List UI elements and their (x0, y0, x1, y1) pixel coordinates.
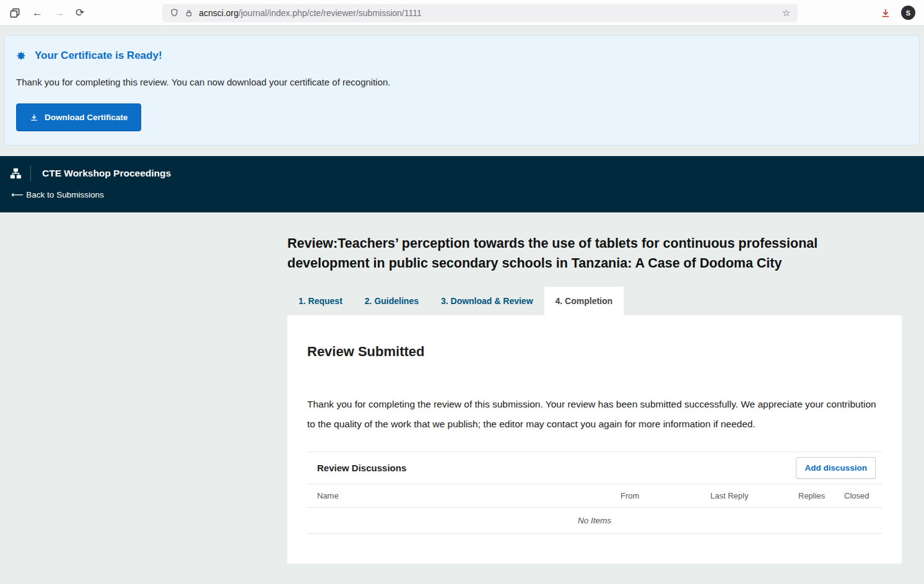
browser-right-controls: S (880, 6, 915, 20)
column-last-reply: Last Reply (710, 491, 798, 500)
banner-message: Thank you for completing this review. Yo… (16, 77, 908, 87)
discussions-header: Review Discussions Add discussion (307, 452, 882, 484)
site-header: CTE Workshop Proceedings ⟵Back to Submis… (0, 156, 924, 212)
review-steps-tabs: 1. Request 2. Guidelines 3. Download & R… (287, 287, 902, 315)
back-icon[interactable]: ← (32, 7, 43, 18)
column-replies: Replies (798, 491, 844, 500)
browser-chrome: ← → ⟳ acnsci.org/journal/index.php/cte/r… (0, 0, 924, 26)
tab-request[interactable]: 1. Request (287, 287, 354, 315)
discussions-title: Review Discussions (317, 463, 406, 473)
url-path: /journal/index.php/cte/reviewer/submissi… (238, 8, 422, 18)
tracking-shield-icon[interactable] (170, 8, 179, 17)
bookmark-star-icon[interactable]: ☆ (782, 7, 790, 19)
completion-message: Thank you for completing the review of t… (307, 394, 882, 434)
forward-icon[interactable]: → (54, 7, 64, 18)
site-header-top: CTE Workshop Proceedings (0, 165, 924, 181)
review-discussions-grid: Review Discussions Add discussion Name F… (307, 451, 882, 534)
lock-icon[interactable] (185, 9, 193, 17)
banner-title-row: ✸ Your Certificate is Ready! (16, 50, 908, 62)
add-discussion-button[interactable]: Add discussion (796, 457, 876, 479)
banner-title: Your Certificate is Ready! (35, 50, 162, 62)
download-icon (30, 113, 38, 122)
journal-name[interactable]: CTE Workshop Proceedings (42, 168, 171, 179)
new-tab-icon[interactable] (9, 7, 21, 19)
column-name: Name (317, 491, 621, 500)
avatar[interactable]: S (901, 6, 915, 20)
column-from: From (621, 491, 710, 500)
tab-guidelines[interactable]: 2. Guidelines (354, 287, 430, 315)
section-title: Review Submitted (307, 315, 882, 360)
download-certificate-button[interactable]: Download Certificate (16, 103, 141, 131)
tab-download-review[interactable]: 3. Download & Review (430, 287, 544, 315)
download-certificate-label: Download Certificate (45, 113, 128, 122)
discussions-column-headers: Name From Last Reply Replies Closed (307, 484, 882, 508)
main-area: Review:Teachers’ perception towards the … (0, 212, 924, 571)
back-to-submissions-label: Back to Submissions (26, 190, 103, 199)
back-long-arrow-icon: ⟵ (11, 190, 23, 199)
back-to-submissions-link[interactable]: ⟵Back to Submissions (11, 190, 104, 199)
discussions-empty-row: No Items (307, 508, 882, 534)
content-container: Review:Teachers’ perception towards the … (287, 212, 902, 564)
column-closed: Closed (844, 491, 872, 500)
reload-icon[interactable]: ⟳ (76, 7, 84, 18)
url-domain: acnsci.org (199, 8, 238, 18)
completion-panel: Review Submitted Thank you for completin… (287, 315, 902, 564)
certificate-badge-icon: ✸ (16, 50, 26, 62)
url-bar[interactable]: acnsci.org/journal/index.php/cte/reviewe… (162, 4, 798, 22)
tab-completion[interactable]: 4. Completion (544, 287, 624, 315)
downloads-icon[interactable] (880, 7, 891, 19)
certificate-banner: ✸ Your Certificate is Ready! Thank you f… (4, 35, 920, 146)
page-title: Review:Teachers’ perception towards the … (287, 212, 876, 273)
url-text: acnsci.org/journal/index.php/cte/reviewe… (199, 8, 777, 18)
tasks-sitemap-icon[interactable] (0, 165, 31, 181)
